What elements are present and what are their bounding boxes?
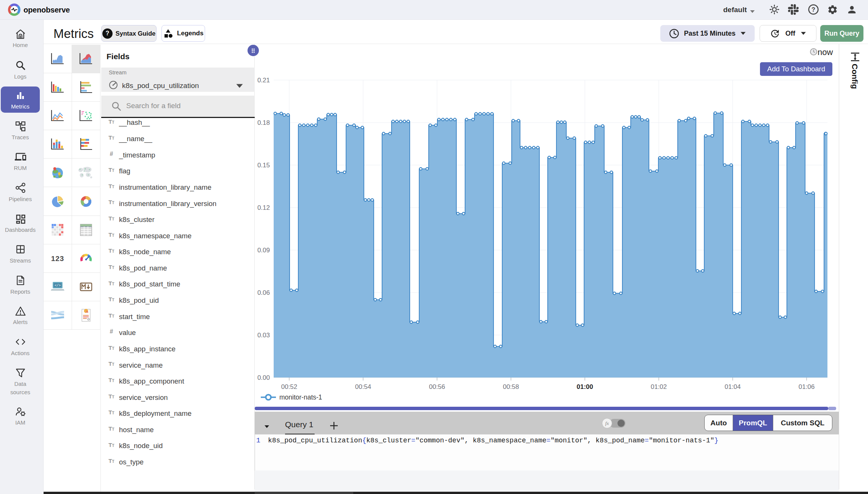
svg-text:01:02: 01:02	[651, 383, 667, 390]
svg-text:01:00: 01:00	[577, 383, 593, 390]
svg-text:0.21: 0.21	[257, 77, 270, 84]
svg-text:0.15: 0.15	[257, 162, 270, 169]
svg-text:0.00: 0.00	[257, 374, 270, 381]
svg-text:0.18: 0.18	[257, 119, 270, 126]
svg-text:00:58: 00:58	[503, 383, 519, 390]
svg-text:00:54: 00:54	[355, 383, 371, 390]
svg-text:00:52: 00:52	[281, 383, 298, 390]
svg-text:0.12: 0.12	[257, 204, 270, 211]
svg-text:01:06: 01:06	[799, 383, 815, 390]
svg-text:monitor-nats-1: monitor-nats-1	[279, 393, 322, 401]
svg-text:0.06: 0.06	[257, 289, 270, 296]
svg-text:00:56: 00:56	[429, 383, 445, 390]
svg-text:0.09: 0.09	[257, 247, 270, 254]
svg-text:0.03: 0.03	[257, 332, 270, 339]
svg-text:01:04: 01:04	[725, 383, 741, 390]
